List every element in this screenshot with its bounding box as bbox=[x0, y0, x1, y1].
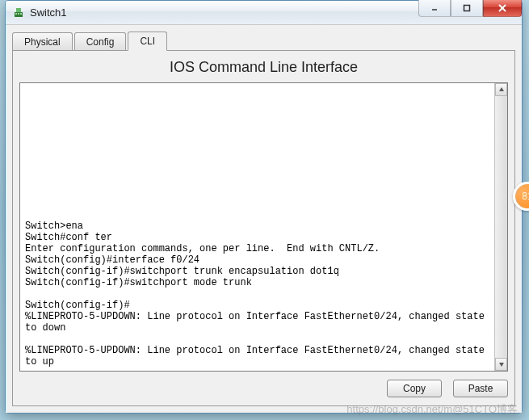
svg-marker-10 bbox=[499, 363, 504, 367]
maximize-button[interactable] bbox=[451, 0, 483, 17]
svg-rect-4 bbox=[20, 13, 22, 15]
console-container: Switch>ena Switch#conf ter Enter configu… bbox=[19, 82, 508, 372]
button-label: Paste bbox=[468, 383, 493, 394]
paste-button[interactable]: Paste bbox=[453, 380, 508, 397]
tab-cli[interactable]: CLI bbox=[128, 32, 167, 51]
button-row: Copy Paste bbox=[19, 372, 508, 397]
svg-marker-9 bbox=[499, 87, 504, 91]
badge-value: 81 bbox=[522, 191, 529, 202]
app-window: Switch1 Physical Config CLI IOS Command … bbox=[5, 0, 523, 414]
app-icon bbox=[12, 6, 25, 19]
cli-panel: IOS Command Line Interface Switch>ena Sw… bbox=[12, 51, 515, 406]
tab-label: Config bbox=[86, 36, 115, 48]
tab-config[interactable]: Config bbox=[74, 32, 127, 50]
titlebar[interactable]: Switch1 bbox=[6, 1, 522, 25]
client-area: Physical Config CLI IOS Command Line Int… bbox=[6, 25, 522, 413]
tab-label: CLI bbox=[140, 36, 155, 47]
vertical-scrollbar[interactable] bbox=[494, 83, 507, 371]
tab-label: Physical bbox=[24, 36, 61, 48]
scroll-up-button[interactable] bbox=[495, 83, 507, 96]
svg-rect-1 bbox=[16, 8, 21, 12]
tab-physical[interactable]: Physical bbox=[12, 32, 73, 50]
button-label: Copy bbox=[403, 383, 426, 394]
cli-terminal[interactable]: Switch>ena Switch#conf ter Enter configu… bbox=[20, 83, 494, 371]
window-controls bbox=[418, 0, 522, 17]
close-button[interactable] bbox=[483, 0, 522, 17]
watermark-text: https://blog.csdn.net/m@51CTO博客 bbox=[346, 402, 518, 417]
svg-rect-6 bbox=[464, 6, 470, 11]
panel-heading: IOS Command Line Interface bbox=[19, 59, 508, 76]
minimize-button[interactable] bbox=[418, 0, 451, 17]
svg-rect-2 bbox=[15, 13, 17, 15]
window-title: Switch1 bbox=[30, 6, 67, 19]
svg-rect-3 bbox=[18, 13, 19, 15]
tabstrip: Physical Config CLI bbox=[12, 30, 515, 51]
scroll-down-button[interactable] bbox=[495, 358, 507, 371]
copy-button[interactable]: Copy bbox=[387, 380, 442, 397]
